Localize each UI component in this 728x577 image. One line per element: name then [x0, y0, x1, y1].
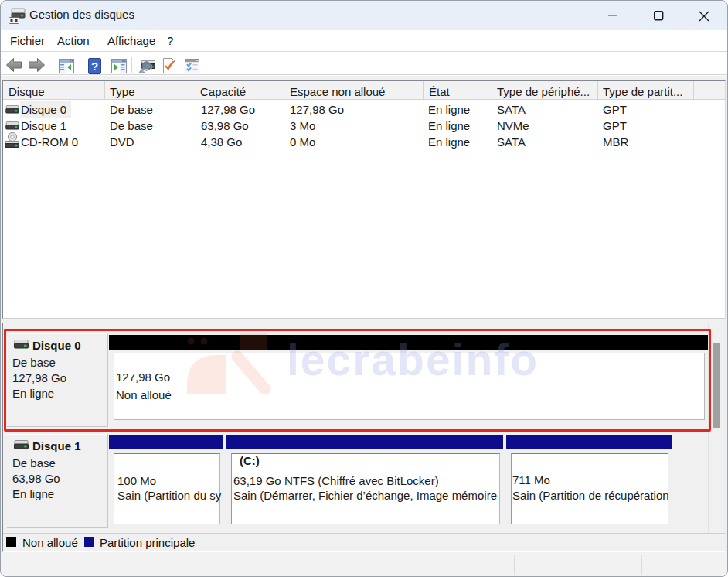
svg-text:?: ?: [91, 60, 98, 73]
